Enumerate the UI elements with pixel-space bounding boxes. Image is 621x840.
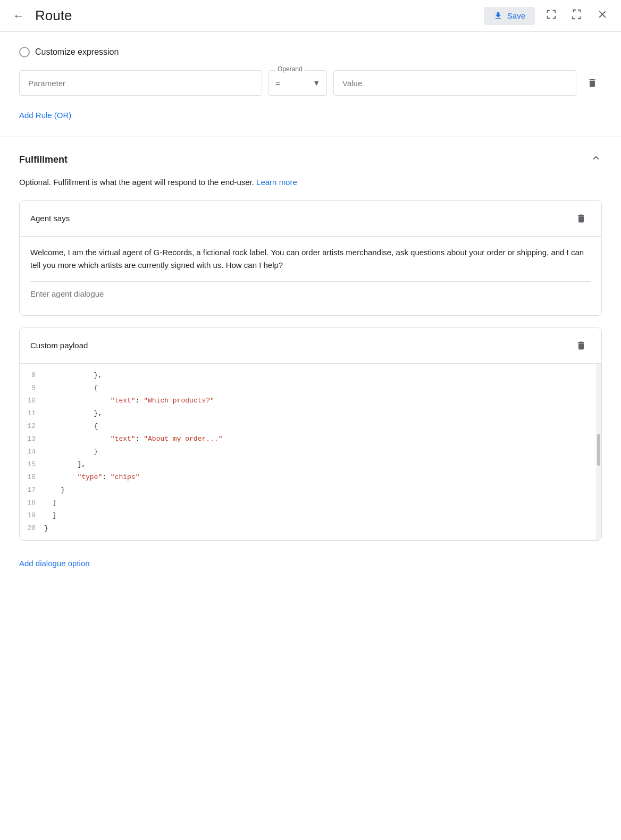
agent-text: Welcome, I am the virtual agent of G-Rec…: [30, 246, 591, 272]
rule-section: Customize expression Operand = ▼ Add Rul…: [0, 32, 621, 137]
delete-agent-says-button[interactable]: [572, 208, 591, 229]
code-line: 11 },: [20, 407, 601, 420]
fulfillment-header: Fulfillment: [19, 152, 602, 167]
trash-icon: [576, 340, 586, 351]
code-editor[interactable]: 8 },9 {10 "text": "Which products?"11 },…: [20, 364, 601, 540]
code-line: 9 {: [20, 382, 601, 394]
operand-select[interactable]: Operand = ▼: [268, 70, 327, 96]
line-content: "text": "About my order...": [44, 433, 601, 446]
chevron-up-icon: [590, 152, 602, 164]
close-button[interactable]: [594, 6, 610, 25]
fullscreen-button[interactable]: [543, 6, 559, 25]
line-number: 9: [20, 382, 44, 394]
code-line: 12 {: [20, 420, 601, 433]
code-line: 8 },: [20, 369, 601, 382]
code-line: 13 "text": "About my order...": [20, 433, 601, 446]
fulfillment-section: Fulfillment Optional. Fulfillment is wha…: [0, 137, 621, 585]
line-content: }: [44, 522, 601, 535]
code-line: 18 ]: [20, 497, 601, 509]
line-content: ],: [44, 458, 601, 471]
customize-row: Customize expression: [19, 47, 602, 57]
parameter-input[interactable]: [19, 70, 262, 96]
operand-label: Operand: [275, 65, 305, 73]
line-number: 16: [20, 471, 44, 484]
close-icon: [597, 9, 608, 20]
save-button[interactable]: Save: [484, 7, 535, 25]
code-line: 14 }: [20, 446, 601, 458]
line-content: "text": "Which products?": [44, 394, 601, 407]
custom-payload-header: Custom payload: [20, 328, 601, 364]
expand-icon: [571, 9, 583, 20]
agent-dialogue-input[interactable]: [30, 281, 591, 306]
value-input[interactable]: [333, 70, 576, 96]
code-line: 17 }: [20, 484, 601, 497]
line-number: 19: [20, 509, 44, 522]
header: ← Route Save: [0, 0, 621, 32]
line-content: "type": "chips": [44, 471, 601, 484]
line-content: ]: [44, 497, 601, 509]
header-icons: [543, 6, 610, 25]
operand-value: =: [275, 79, 309, 88]
fulfillment-title: Fulfillment: [19, 154, 68, 165]
line-content: }: [44, 484, 601, 497]
line-number: 14: [20, 446, 44, 458]
scrollbar-track: [596, 364, 601, 540]
line-number: 18: [20, 497, 44, 509]
line-content: {: [44, 382, 601, 394]
page-title: Route: [35, 7, 475, 24]
agent-says-card: Agent says Welcome, I am the virtual age…: [19, 200, 602, 316]
custom-payload-title: Custom payload: [30, 341, 88, 350]
line-content: },: [44, 369, 601, 382]
line-content: },: [44, 407, 601, 420]
expand-button[interactable]: [569, 6, 585, 25]
fulfillment-description: Optional. Fulfillment is what the agent …: [19, 177, 602, 189]
trash-icon: [576, 213, 586, 224]
line-number: 17: [20, 484, 44, 497]
code-line: 10 "text": "Which products?": [20, 394, 601, 407]
customize-expression-label: Customize expression: [35, 47, 119, 57]
back-icon: ←: [13, 9, 24, 23]
code-line: 16 "type": "chips": [20, 471, 601, 484]
line-content: {: [44, 420, 601, 433]
agent-says-body: Welcome, I am the virtual agent of G-Rec…: [20, 237, 601, 315]
chevron-down-icon: ▼: [313, 79, 320, 87]
line-number: 20: [20, 522, 44, 535]
learn-more-link[interactable]: Learn more: [256, 178, 297, 187]
condition-row: Operand = ▼: [19, 70, 602, 96]
delete-rule-button[interactable]: [583, 73, 602, 93]
line-content: }: [44, 446, 601, 458]
line-number: 8: [20, 369, 44, 382]
save-label: Save: [507, 11, 525, 20]
line-number: 13: [20, 433, 44, 446]
add-dialogue-button[interactable]: Add dialogue option: [19, 557, 90, 570]
agent-says-title: Agent says: [30, 214, 70, 223]
trash-icon: [587, 77, 598, 89]
line-number: 10: [20, 394, 44, 407]
code-line: 20}: [20, 522, 601, 535]
add-rule-button[interactable]: Add Rule (OR): [19, 108, 71, 122]
line-number: 15: [20, 458, 44, 471]
line-content: ]: [44, 509, 601, 522]
customize-radio[interactable]: [19, 47, 30, 57]
code-line: 19 ]: [20, 509, 601, 522]
delete-payload-button[interactable]: [572, 335, 591, 356]
collapse-button[interactable]: [590, 152, 602, 167]
fullscreen-icon: [546, 9, 557, 20]
line-number: 11: [20, 407, 44, 420]
back-button[interactable]: ←: [11, 7, 27, 25]
code-line: 15 ],: [20, 458, 601, 471]
scrollbar-thumb[interactable]: [597, 434, 600, 466]
custom-payload-card: Custom payload 8 },9 {10 "text": "Which …: [19, 327, 602, 541]
upload-icon: [493, 11, 503, 21]
agent-says-header: Agent says: [20, 201, 601, 237]
line-number: 12: [20, 420, 44, 433]
